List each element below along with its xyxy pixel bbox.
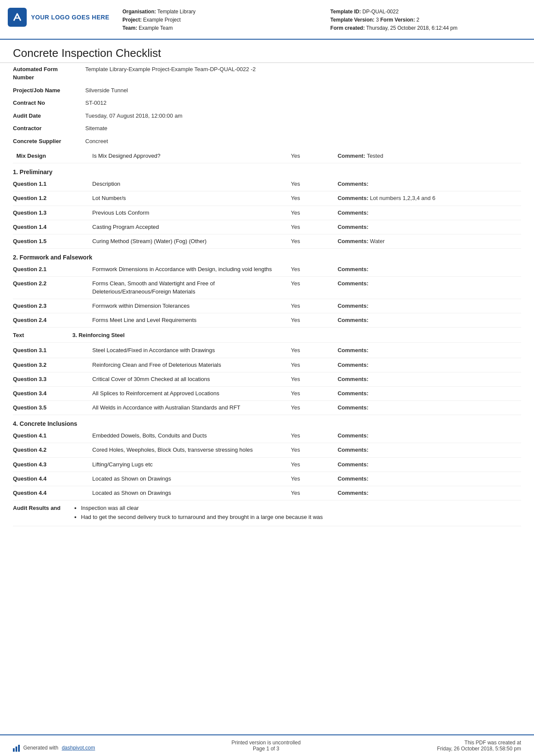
mix-design-question-text: Is Mix Designed Approved? <box>89 149 287 163</box>
footer: Generated with dashpivot.com Printed ver… <box>0 734 534 756</box>
question-row: Question 4.1 Embedded Dowels, Bolts, Con… <box>13 429 521 443</box>
question-row: Question 1.1 Description Yes Comments: <box>13 177 521 191</box>
template-id-line: Template ID: DP-QUAL-0022 <box>330 8 521 16</box>
section-header: 4. Concrete Inclusions <box>13 416 521 429</box>
question-text: Forms Clean, Smooth and Watertight and F… <box>89 277 287 299</box>
question-row: Question 3.1 Steel Located/Fixed in Acco… <box>13 344 521 358</box>
question-row: Question 2.1 Formwork Dimensions in Acco… <box>13 262 521 277</box>
mix-design-row: Mix Design Is Mix Designed Approved? Yes… <box>13 149 521 163</box>
comment-label: Comments: <box>338 238 369 244</box>
question-text: All Welds in Accordance with Australian … <box>89 401 287 415</box>
question-label: Question 3.5 <box>13 401 89 415</box>
dashpivot-icon <box>13 744 20 752</box>
info-row: Project/Job Name Silverside Tunnel <box>13 84 521 97</box>
question-label: Question 2.4 <box>13 313 89 327</box>
question-label: Question 2.3 <box>13 299 89 313</box>
question-comment: Comments: <box>334 262 521 277</box>
question-text: Lifting/Carrying Lugs etc <box>89 457 287 472</box>
question-row: Question 3.5 All Welds in Accordance wit… <box>13 401 521 415</box>
question-label: Question 3.1 <box>13 344 89 358</box>
question-text: Formwork within Dimension Tolerances <box>89 299 287 313</box>
header-meta-right: Template ID: DP-QUAL-0022 Template Versi… <box>330 8 521 33</box>
question-comment: Comments: <box>334 358 521 372</box>
comment-label: Comments: <box>338 432 369 439</box>
audit-bullets-cell: Inspection was all clearHad to get the s… <box>69 501 521 526</box>
team-value: Example Team <box>139 25 173 31</box>
question-row: Question 3.4 All Splices to Reinforcemen… <box>13 386 521 400</box>
project-value: Example Project <box>143 17 180 23</box>
question-row: Question 1.3 Previous Lots Conform Yes C… <box>13 206 521 220</box>
org-value: Template Library <box>157 9 196 15</box>
question-text: Forms Meet Line and Level Requirements <box>89 313 287 327</box>
question-label: Question 4.3 <box>13 457 89 472</box>
logo-icon <box>8 8 27 27</box>
question-comment: Comments: <box>334 177 521 191</box>
audit-results-row: Audit Results and Inspection was all cle… <box>13 501 521 526</box>
page: YOUR LOGO GOES HERE Organisation: Templa… <box>0 0 534 756</box>
project-line: Project: Example Project <box>122 16 313 24</box>
question-answer: Yes <box>287 234 334 249</box>
comment-label: Comments: <box>338 303 369 309</box>
question-label: Question 1.4 <box>13 220 89 234</box>
question-answer: Yes <box>287 457 334 472</box>
team-line: Team: Example Team <box>122 24 313 32</box>
question-comment: Comments: <box>334 206 521 220</box>
question-answer: Yes <box>287 486 334 500</box>
comment-value: Water <box>370 238 385 244</box>
template-version-line: Template Version: 3 Form Version: 2 <box>330 16 521 24</box>
question-row: Question 2.2 Forms Clean, Smooth and Wat… <box>13 277 521 299</box>
footer-link[interactable]: dashpivot.com <box>62 745 95 751</box>
generated-text: Generated with <box>23 745 58 751</box>
comment-label: Comments: <box>338 209 369 216</box>
text-row-value: 3. Reinforcing Steel <box>69 328 521 343</box>
question-answer: Yes <box>287 299 334 313</box>
comment-label: Comments: <box>338 390 369 397</box>
question-label: Question 1.3 <box>13 206 89 220</box>
info-row: Automated Form Number Template Library-E… <box>13 63 521 84</box>
question-answer: Yes <box>287 472 334 486</box>
comment-label: Comments: <box>338 376 369 382</box>
footer-left: Generated with dashpivot.com <box>13 744 95 752</box>
question-comment: Comments: <box>334 443 521 457</box>
question-answer: Yes <box>287 401 334 415</box>
question-row: Question 2.3 Formwork within Dimension T… <box>13 299 521 313</box>
header-meta-left: Organisation: Template Library Project: … <box>122 8 313 33</box>
question-answer: Yes <box>287 358 334 372</box>
header-meta: Organisation: Template Library Project: … <box>122 8 521 33</box>
question-text: Previous Lots Conform <box>89 206 287 220</box>
question-text: Embedded Dowels, Bolts, Conduits and Duc… <box>89 429 287 443</box>
form-title: Concrete Inspection Checklist <box>0 40 534 63</box>
question-row: Question 4.2 Cored Holes, Weepholes, Blo… <box>13 443 521 457</box>
question-comment: Comments: <box>334 220 521 234</box>
question-label: Question 4.4 <box>13 472 89 486</box>
content: Automated Form Number Template Library-E… <box>0 63 534 734</box>
form-created-line: Form created: Thursday, 25 October 2018,… <box>330 24 521 32</box>
info-value: Concreet <box>82 135 521 148</box>
question-text: Steel Located/Fixed in Accordance with D… <box>89 344 287 358</box>
question-label: Question 4.4 <box>13 486 89 500</box>
audit-label: Audit Results and <box>13 501 69 526</box>
comment-label: Comments: <box>338 317 369 323</box>
question-answer: Yes <box>287 443 334 457</box>
project-label: Project: <box>122 17 142 23</box>
mix-design-answer: Yes <box>287 149 334 163</box>
question-answer: Yes <box>287 344 334 358</box>
template-version-label: Template Version: <box>330 17 374 23</box>
question-comment: Comments: <box>334 372 521 386</box>
question-text: Casting Program Accepted <box>89 220 287 234</box>
org-label: Organisation: <box>122 9 156 15</box>
mix-design-question: Mix Design Is Mix Designed Approved? Yes… <box>13 149 521 163</box>
question-answer: Yes <box>287 220 334 234</box>
logo-text: YOUR LOGO GOES HERE <box>31 14 109 21</box>
question-label: Question 1.2 <box>13 191 89 206</box>
info-value: Silverside Tunnel <box>82 84 521 97</box>
question-text: Located as Shown on Drawings <box>89 486 287 500</box>
question-comment: Comments: <box>334 277 521 299</box>
question-answer: Yes <box>287 262 334 277</box>
form-version-label: Form Version: <box>380 17 415 23</box>
question-row: Question 2.4 Forms Meet Line and Level R… <box>13 313 521 327</box>
question-answer: Yes <box>287 177 334 191</box>
question-answer: Yes <box>287 206 334 220</box>
info-row: Audit Date Tuesday, 07 August 2018, 12:0… <box>13 109 521 122</box>
question-answer: Yes <box>287 191 334 206</box>
